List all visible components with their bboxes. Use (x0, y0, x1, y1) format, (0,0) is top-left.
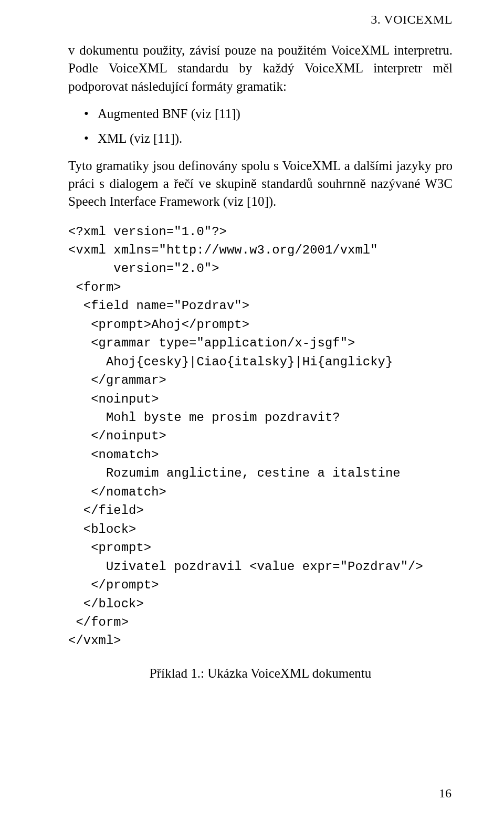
list-item: Augmented BNF (viz [11]) (84, 104, 453, 124)
section-header: 3. VOICEXML (68, 13, 453, 27)
code-block: <?xml version="1.0"?> <vxml xmlns="http:… (68, 223, 453, 650)
body-paragraph-2: Tyto gramatiky jsou definovány spolu s V… (68, 157, 453, 211)
header-text: 3. VOICEXML (371, 13, 453, 26)
body-paragraph-1: v dokumentu použity, závisí pouze na pou… (68, 41, 453, 96)
list-item-text: XML (viz [11]). (98, 131, 182, 145)
figure-caption: Příklad 1.: Ukázka VoiceXML dokumentu (68, 666, 453, 681)
bullet-list: Augmented BNF (viz [11]) XML (viz [11]). (84, 104, 453, 149)
list-item: XML (viz [11]). (84, 129, 453, 149)
list-item-text: Augmented BNF (viz [11]) (98, 107, 240, 121)
page: 3. VOICEXML v dokumentu použity, závisí … (0, 0, 504, 832)
page-number: 16 (439, 786, 452, 801)
